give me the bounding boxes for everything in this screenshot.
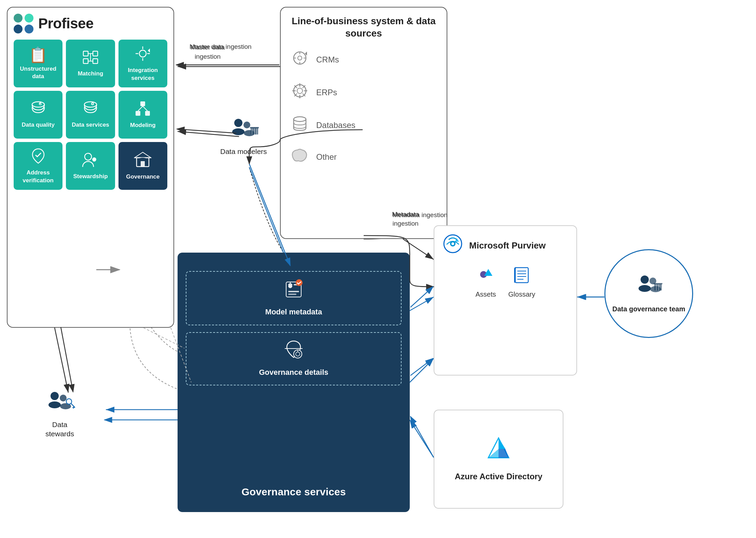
svg-marker-44 (135, 152, 151, 158)
dgt-circle: Data governance team (604, 249, 693, 338)
tile-modeling-label: Modeling (130, 122, 156, 129)
tile-address-verification[interactable]: Address verification (14, 142, 62, 190)
data-stewards-group: Datastewards (44, 389, 75, 439)
svg-line-8 (410, 358, 434, 382)
governance-details-icon (283, 340, 304, 364)
tile-unstructured-data-label: Unstructured data (16, 65, 60, 80)
svg-point-27 (32, 102, 44, 107)
lob-item-erps: ERPs (290, 82, 437, 103)
svg-point-41 (93, 158, 95, 160)
svg-point-66 (232, 128, 244, 135)
svg-rect-70 (250, 127, 259, 128)
profisee-title: Profisee (38, 15, 94, 32)
svg-line-126 (410, 358, 433, 376)
glossary-label: Glossary (508, 291, 535, 298)
dgt-label: Data governance team (612, 304, 685, 314)
azure-ad-icon (486, 437, 512, 466)
svg-marker-107 (488, 449, 499, 458)
master-data-ingestion-label: Master dataingestion (191, 43, 225, 61)
crm-icon (290, 49, 309, 70)
svg-line-10 (410, 420, 434, 457)
erp-icon (290, 82, 309, 103)
svg-point-29 (84, 102, 97, 107)
governance-icon (134, 152, 152, 170)
governance-details-box: Governance details (186, 332, 402, 386)
model-metadata-label: Model metadata (265, 307, 322, 317)
tile-governance[interactable]: Governance (118, 142, 167, 190)
svg-rect-113 (654, 283, 662, 284)
other-icon (290, 148, 309, 166)
svg-point-48 (298, 56, 302, 60)
logo-dot-3 (14, 25, 23, 33)
svg-line-125 (410, 287, 433, 307)
data-modelers-icon (220, 116, 267, 145)
svg-point-88 (296, 279, 303, 286)
svg-rect-16 (93, 51, 98, 56)
lob-title: Line-of-business system & data sources (290, 15, 437, 40)
tile-data-quality[interactable]: Data quality (14, 91, 62, 139)
tile-stewardship-label: Stewardship (73, 173, 108, 180)
lob-erps-label: ERPs (316, 88, 337, 97)
dgt-icon (635, 273, 662, 301)
svg-point-64 (294, 117, 306, 122)
svg-line-128 (61, 327, 73, 392)
tile-matching[interactable]: Matching (66, 40, 115, 87)
svg-line-129 (410, 416, 434, 457)
purview-assets-item: Assets (476, 266, 496, 298)
data-modelers-group: Data modelers (220, 116, 267, 156)
address-verification-icon (31, 148, 46, 166)
svg-line-36 (138, 106, 143, 111)
azure-ad-box: Azure Active Directory (434, 410, 563, 509)
data-stewards-label: Datastewards (44, 420, 75, 439)
tile-unstructured-data[interactable]: 📋 Unstructured data (14, 40, 62, 87)
svg-marker-105 (499, 438, 505, 449)
metadata-ingestion-label2: Metadataingestion (392, 210, 419, 228)
assets-icon (476, 266, 496, 288)
svg-rect-86 (288, 291, 299, 292)
tile-matching-label: Matching (78, 70, 103, 77)
purview-glossary-item: Glossary (508, 266, 535, 298)
svg-rect-15 (83, 59, 88, 63)
lob-other-label: Other (316, 152, 337, 162)
matching-icon (83, 50, 98, 67)
purview-title: Microsoft Purview (469, 240, 546, 251)
tile-stewardship[interactable]: Stewardship (66, 142, 115, 190)
tile-data-quality-label: Data quality (22, 121, 54, 129)
governance-services-title: Governance services (241, 486, 346, 504)
svg-point-108 (641, 275, 649, 284)
svg-point-75 (48, 401, 61, 408)
svg-rect-17 (93, 59, 98, 63)
svg-point-67 (243, 122, 250, 128)
lob-crms-label: CRMs (316, 55, 339, 65)
modeling-icon (134, 101, 151, 119)
tile-modeling[interactable]: Modeling (118, 91, 167, 139)
svg-rect-87 (288, 294, 296, 295)
data-stewards-icon (44, 389, 75, 418)
purview-items: Assets Glossary (442, 266, 569, 298)
purview-header: Microsoft Purview (442, 233, 569, 258)
glossary-icon (508, 266, 535, 288)
model-metadata-icon (283, 279, 304, 304)
tile-governance-label: Governance (126, 173, 159, 181)
model-metadata-box: Model metadata (186, 271, 402, 325)
svg-line-7 (410, 297, 434, 311)
databases-icon (290, 115, 309, 136)
svg-point-65 (234, 119, 242, 127)
svg-point-21 (139, 50, 146, 57)
logo-dot-4 (25, 25, 33, 33)
svg-rect-45 (141, 161, 145, 167)
data-services-icon (82, 101, 99, 118)
svg-rect-34 (136, 111, 140, 116)
governance-services-box: Model metadata Governance details Govern… (178, 253, 410, 512)
governance-details-label: Governance details (259, 368, 328, 378)
tile-grid: 📋 Unstructured data Matching (14, 40, 167, 190)
svg-point-74 (51, 392, 59, 400)
tile-data-services[interactable]: Data services (66, 91, 115, 139)
lob-item-other: Other (290, 148, 437, 166)
tile-integration-services[interactable]: Integration services (118, 40, 167, 87)
purview-box: Microsoft Purview Assets (434, 225, 577, 376)
lob-databases-label: Databases (316, 121, 355, 130)
logo-dot-2 (25, 14, 33, 23)
svg-marker-106 (499, 449, 509, 458)
lob-item-crms: CRMs (290, 49, 437, 70)
